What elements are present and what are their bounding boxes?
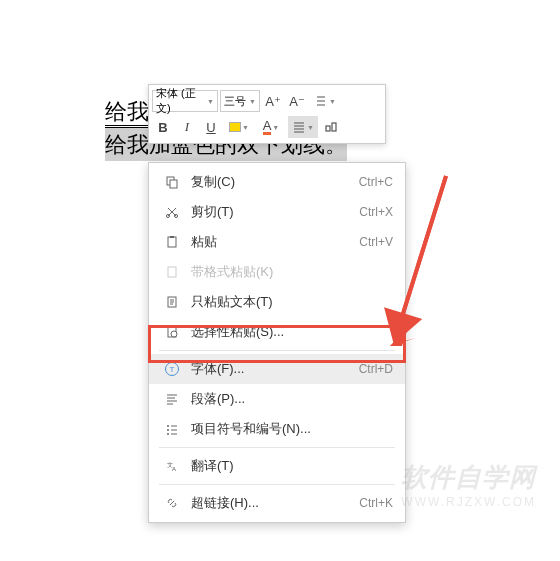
chevron-down-icon: ▼ (207, 98, 214, 105)
svg-rect-1 (332, 123, 336, 131)
svg-rect-0 (326, 126, 330, 131)
line-spacing-button[interactable]: ▼ (310, 90, 340, 112)
decrease-font-button[interactable]: A⁻ (286, 90, 308, 112)
chevron-down-icon: ▼ (249, 98, 256, 105)
chevron-down-icon: ▼ (272, 124, 279, 131)
menu-paste-special[interactable]: 选择性粘贴(S)... (149, 317, 405, 347)
font-color-button[interactable]: A ▼ (256, 116, 286, 138)
highlight-color-button[interactable]: ▼ (224, 116, 254, 138)
paste-format-icon (161, 265, 183, 279)
hyperlink-icon (161, 496, 183, 510)
spacing-button[interactable] (320, 116, 342, 138)
menu-paste-text[interactable]: 只粘贴文本(T) (149, 287, 405, 317)
cut-icon (161, 205, 183, 219)
mini-toolbar: 宋体 (正文)▼ 三号▼ A⁺ A⁻ ▼ B I U ▼ A ▼ ▼ (148, 84, 386, 144)
menu-bullets[interactable]: 项目符号和编号(N)... (149, 414, 405, 444)
svg-rect-7 (170, 236, 174, 238)
svg-point-14 (167, 425, 169, 427)
chevron-down-icon: ▼ (242, 124, 249, 131)
svg-text:A: A (172, 466, 176, 472)
paragraph-icon (161, 392, 183, 406)
underlined-text: 给我 (105, 99, 149, 128)
font-size-dropdown[interactable]: 三号▼ (220, 90, 260, 112)
font-name-dropdown[interactable]: 宋体 (正文)▼ (152, 90, 218, 112)
menu-paste-format: 带格式粘贴(K) (149, 257, 405, 287)
highlighter-icon (229, 122, 241, 132)
watermark-url: WWW.RJZXW.COM (401, 495, 536, 509)
increase-font-button[interactable]: A⁺ (262, 90, 284, 112)
svg-point-15 (167, 429, 169, 431)
line-spacing-icon (314, 94, 328, 108)
font-icon: T (161, 361, 183, 377)
watermark-title: 软件自学网 (401, 460, 536, 495)
chevron-down-icon: ▼ (307, 124, 314, 131)
font-color-icon: A (263, 119, 272, 135)
italic-button[interactable]: I (176, 116, 198, 138)
bullets-icon (161, 422, 183, 436)
bold-button[interactable]: B (152, 116, 174, 138)
toolbar-row-2: B I U ▼ A ▼ ▼ (152, 114, 382, 140)
menu-separator (159, 350, 395, 351)
menu-paragraph[interactable]: 段落(P)... (149, 384, 405, 414)
watermark: 软件自学网 WWW.RJZXW.COM (401, 460, 536, 509)
menu-paste[interactable]: 粘贴 Ctrl+V (149, 227, 405, 257)
svg-point-16 (167, 433, 169, 435)
svg-rect-3 (170, 180, 177, 188)
paste-special-icon (161, 325, 183, 339)
menu-separator (159, 484, 395, 485)
menu-font[interactable]: T 字体(F)... Ctrl+D (149, 354, 405, 384)
align-button[interactable]: ▼ (288, 116, 318, 138)
menu-cut[interactable]: 剪切(T) Ctrl+X (149, 197, 405, 227)
svg-rect-6 (168, 237, 176, 247)
context-menu: 复制(C) Ctrl+C 剪切(T) Ctrl+X 粘贴 Ctrl+V 带格式粘… (148, 162, 406, 523)
chevron-down-icon: ▼ (329, 98, 336, 105)
menu-copy[interactable]: 复制(C) Ctrl+C (149, 167, 405, 197)
copy-icon (161, 175, 183, 189)
paste-icon (161, 235, 183, 249)
svg-text:T: T (170, 365, 175, 374)
spacing-icon (324, 120, 338, 134)
align-icon (292, 120, 306, 134)
svg-point-11 (171, 331, 177, 337)
menu-separator (159, 447, 395, 448)
underline-button[interactable]: U (200, 116, 222, 138)
menu-hyperlink[interactable]: 超链接(H)... Ctrl+K (149, 488, 405, 518)
menu-translate[interactable]: 文A 翻译(T) (149, 451, 405, 481)
toolbar-row-1: 宋体 (正文)▼ 三号▼ A⁺ A⁻ ▼ (152, 88, 382, 114)
translate-icon: 文A (161, 459, 183, 473)
svg-rect-8 (168, 267, 176, 277)
paste-text-icon (161, 295, 183, 309)
